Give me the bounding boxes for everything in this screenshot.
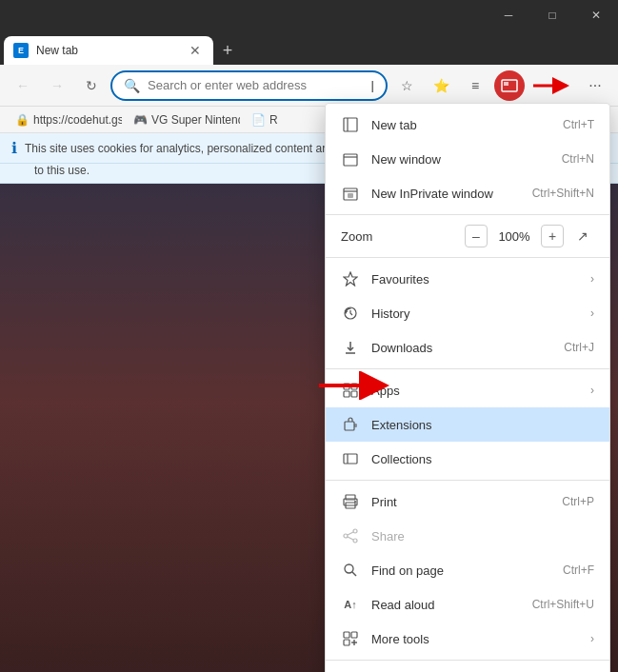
svg-rect-0: [502, 80, 517, 91]
office-label: Office: [248, 630, 277, 643]
bookmark-label-2: VG Super Nintendo Ga...: [151, 113, 240, 127]
menu-favourites[interactable]: Favourites ›: [326, 262, 609, 296]
zoom-expand-button[interactable]: ↗: [571, 225, 594, 247]
menu-downloads[interactable]: Downloads Ctrl+J: [326, 330, 609, 365]
red-arrow-toolbar: [528, 74, 576, 97]
favourites-label: Favourites: [371, 272, 579, 287]
grid-dots: ⠿: [29, 217, 43, 240]
read-aloud-shortcut: Ctrl+Shift+U: [532, 598, 594, 611]
svg-rect-39: [351, 632, 357, 638]
read-aloud-label: Read aloud: [371, 598, 521, 612]
menu-find-on-page[interactable]: Find on page Ctrl+F: [326, 553, 609, 587]
bookmark-label-3: R: [269, 113, 278, 127]
new-tab-button[interactable]: +: [213, 36, 242, 65]
menu-print[interactable]: Print Ctrl+P: [326, 484, 609, 519]
maximize-button[interactable]: □: [530, 0, 574, 30]
address-input[interactable]: [148, 78, 364, 92]
title-bar: ─ □ ✕: [0, 0, 618, 30]
print-label: Print: [371, 495, 550, 509]
divider-2: [326, 257, 609, 258]
back-button[interactable]: ←: [8, 70, 38, 101]
refresh-button[interactable]: ↻: [76, 70, 107, 101]
menu-new-inprivate[interactable]: New InPrivate window Ctrl+Shift+N: [326, 176, 609, 210]
thought-text: Thou...: [234, 355, 269, 368]
thought-search-circle: 🔍: [235, 315, 269, 349]
menu-apps[interactable]: Apps ›: [326, 373, 609, 407]
bookmark-favicon-2: 🎮: [133, 113, 148, 127]
office-app[interactable]: O Office: [232, 563, 293, 643]
share-icon: [341, 526, 360, 545]
address-bar[interactable]: 🔍 |: [110, 70, 388, 101]
svg-rect-19: [344, 384, 349, 389]
active-tab[interactable]: E New tab ✕: [4, 36, 213, 65]
close-button[interactable]: ✕: [574, 0, 618, 30]
svg-line-35: [348, 537, 353, 540]
tab-title: New tab: [36, 44, 179, 57]
menu-settings[interactable]: Settings: [326, 664, 609, 672]
info-suffix: to this use.: [34, 164, 90, 177]
svg-rect-23: [345, 422, 354, 430]
search-icon: 🔍: [124, 78, 140, 93]
svg-point-4: [168, 579, 198, 609]
new-window-shortcut: Ctrl+N: [562, 152, 594, 166]
favorites-bar-icon[interactable]: ⭐: [426, 70, 456, 101]
bookmark-item-2[interactable]: 🎮 VG Super Nintendo Ga...: [126, 111, 240, 128]
svg-rect-20: [351, 384, 357, 389]
zoom-value: 100%: [495, 229, 533, 244]
bookmark-item-3[interactable]: 📄 R: [244, 111, 286, 128]
menu-new-tab[interactable]: New tab Ctrl+T: [326, 108, 609, 142]
tab-close-button[interactable]: ✕: [187, 42, 204, 59]
search-box[interactable]: 🔍: [129, 255, 357, 289]
read-aloud-icon: A↑: [341, 595, 360, 614]
cursor-blink: |: [371, 78, 374, 92]
divider-4: [326, 480, 609, 481]
search-magnifier-icon: 🔍: [142, 265, 158, 280]
menu-read-aloud[interactable]: A↑ Read aloud Ctrl+Shift+U: [326, 587, 609, 622]
find-on-page-shortcut: Ctrl+F: [563, 563, 594, 577]
downloads-shortcut: Ctrl+J: [564, 341, 594, 354]
favorites-icon[interactable]: ☆: [391, 70, 422, 101]
zoom-plus-button[interactable]: +: [541, 225, 564, 247]
search-input[interactable]: [166, 266, 344, 280]
svg-rect-40: [344, 640, 349, 645]
svg-line-37: [352, 572, 356, 576]
menu-new-window[interactable]: New window Ctrl+N: [326, 142, 609, 176]
bookmark-label-1: https://codehut.gsh...: [33, 113, 122, 127]
zoom-minus-button[interactable]: –: [465, 225, 488, 247]
print-icon: [341, 492, 360, 511]
screenshot-icon[interactable]: [494, 70, 525, 101]
svg-line-34: [348, 532, 353, 535]
forward-button[interactable]: →: [42, 70, 72, 101]
divider-1: [326, 214, 609, 215]
bookmark-item-1[interactable]: 🔒 https://codehut.gsh...: [8, 111, 122, 128]
minimize-button[interactable]: ─: [487, 0, 530, 30]
google-app[interactable]: Google: [152, 563, 213, 643]
apps-arrow: ›: [590, 384, 594, 397]
svg-rect-25: [344, 454, 357, 464]
thought-card: 🔍 Thou... landm...: [171, 307, 333, 393]
info-text: This site uses cookies for analytics, pe…: [25, 142, 326, 155]
share-label: Share: [371, 529, 594, 544]
new-tab-icon: [341, 115, 360, 134]
menu-collections[interactable]: Collections: [326, 442, 609, 476]
svg-point-30: [354, 501, 356, 503]
svg-rect-24: [354, 424, 357, 427]
google-icon[interactable]: [152, 563, 213, 624]
svg-rect-1: [504, 82, 508, 86]
divider-5: [326, 660, 609, 661]
reading-list-icon[interactable]: ≡: [460, 70, 490, 101]
menu-extensions[interactable]: Extensions: [326, 407, 609, 442]
google-label: Google: [165, 630, 202, 643]
menu-more-tools[interactable]: More tools ›: [326, 622, 609, 656]
toolbar-right: ☆ ⭐ ≡ ···: [391, 70, 610, 101]
office-icon[interactable]: O: [232, 563, 293, 624]
favourites-arrow: ›: [590, 272, 594, 286]
find-on-page-label: Find on page: [371, 563, 551, 578]
new-inprivate-label: New InPrivate window: [371, 187, 521, 201]
menu-history[interactable]: History ›: [326, 296, 609, 330]
new-window-label: New window: [371, 152, 550, 167]
menu-button[interactable]: ···: [580, 70, 610, 101]
more-tools-label: More tools: [371, 632, 579, 646]
extensions-icon: [341, 415, 360, 434]
history-icon: [341, 304, 360, 323]
